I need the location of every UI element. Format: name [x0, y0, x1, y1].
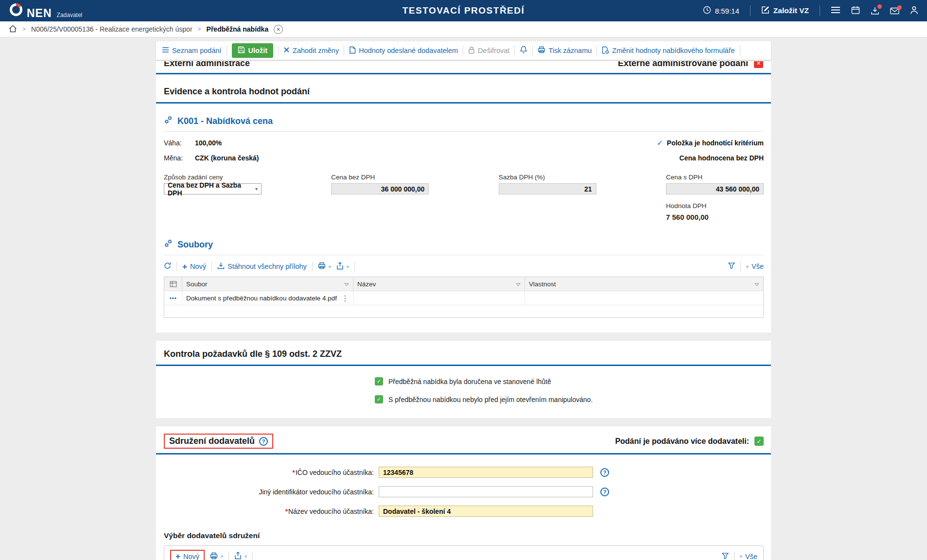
discard-changes-button[interactable]: Zahodit změny [283, 47, 339, 54]
criterion-flag: ✓ Položka je hodnotící kritérium [657, 139, 764, 147]
files-table-header: Soubor Název Vlastnost [164, 277, 763, 291]
price-method-select[interactable]: Cena bez DPH a Sazba DPH ▾ [164, 183, 262, 194]
breadcrumb-item-procedure[interactable]: N006/25/V00005136 - Realizace energetick… [31, 25, 192, 33]
checked-checkbox-icon: ✓ [375, 395, 383, 403]
view-all-dropdown[interactable]: ▿ Vše [746, 262, 764, 270]
help-icon[interactable]: ? [600, 468, 609, 477]
vat-amount-label: Hodnota DPH [666, 202, 764, 210]
price-without-vat-field: 36 000 000,00 [331, 183, 429, 194]
leader-ico-input[interactable] [379, 467, 593, 478]
column-filter-icon[interactable] [344, 280, 349, 288]
download-all-attachments-button[interactable]: Stáhnout všechny přílohy [217, 262, 307, 271]
view-all-dropdown[interactable]: ▿ Vše [740, 553, 757, 560]
calendar-icon [851, 6, 860, 16]
weight-value: 100,00% [195, 139, 222, 147]
file-property-cell[interactable] [525, 291, 763, 305]
printer-icon [538, 46, 545, 55]
downloads-button[interactable] [871, 6, 879, 15]
extern-admin-title: Externí administrace [164, 61, 250, 70]
main-content: Seznam podání Uložit Zahodit změny Hodno… [156, 41, 771, 560]
home-icon[interactable] [9, 25, 17, 34]
requirements-section-header: Kontrola požadavků dle § 109 odst. 2 ZZV… [156, 341, 771, 365]
refresh-button[interactable] [164, 262, 171, 271]
plus-icon: + [175, 552, 180, 560]
new-group-supplier-button[interactable]: + Nový [175, 552, 199, 560]
weight-label: Váha: [164, 139, 195, 147]
currency-row: Měna: CZK (koruna česká) Cena hodnocena … [164, 154, 764, 162]
notifications-bell-button[interactable] [520, 46, 527, 55]
leader-other-id-input[interactable] [379, 486, 593, 497]
bell-icon [520, 46, 527, 55]
vat-rate-label: Sazba DPH (%) [499, 174, 596, 181]
breadcrumb-separator: > [22, 26, 26, 33]
print-record-button[interactable]: Tisk záznamu [538, 46, 592, 55]
price-without-vat-label: Cena bez DPH [331, 174, 429, 181]
change-form-values-button[interactable]: Změnit hodnoty nabídkového formuláře [602, 46, 735, 55]
check-icon: ✓ [657, 139, 663, 147]
create-tender-button[interactable]: Založit VZ [761, 6, 809, 16]
submissions-list-button[interactable]: Seznam podání [162, 47, 222, 54]
column-filter-icon[interactable] [754, 280, 759, 288]
mail-icon [890, 7, 899, 15]
close-tab-icon[interactable]: ✕ [274, 25, 283, 34]
vat-amount-value: 7 560 000,00 [666, 213, 764, 221]
save-icon [238, 46, 245, 55]
extern-admin-toggle-icon[interactable]: ✕ [754, 61, 763, 68]
filter-button[interactable] [728, 262, 735, 270]
toolbar-separator [227, 46, 227, 55]
multi-supplier-label: Podání je podáváno více dodavateli: [615, 437, 749, 446]
supplier-values-button[interactable]: Hodnoty odeslané dodavatelem [349, 46, 458, 55]
requirements-check-panel: Kontrola požadavků dle § 109 odst. 2 ZZV… [156, 341, 771, 418]
funnel-icon [722, 553, 729, 560]
column-header-soubor[interactable]: Soubor [182, 277, 353, 291]
leader-ico-label: *IČO vedoucího účastníka: [164, 469, 379, 476]
toolbar-separator [176, 262, 177, 271]
refresh-icon [164, 262, 171, 271]
files-toolbar: + Nový Stáhnout všechny přílohy ▿ ▿ [164, 262, 764, 271]
calendar-button[interactable] [851, 6, 860, 16]
profile-button[interactable] [910, 6, 918, 16]
brand-block[interactable]: NEN Zadavatel [9, 2, 82, 19]
print-list-button[interactable]: ▿ [318, 262, 331, 271]
required-asterisk: * [285, 508, 288, 515]
share-icon [336, 262, 344, 271]
new-file-button[interactable]: + Nový [182, 262, 206, 271]
row-menu-icon[interactable] [164, 291, 182, 305]
column-header-nazev[interactable]: Název [353, 277, 525, 291]
save-button[interactable]: Uložit [232, 43, 273, 58]
list-icon [162, 47, 169, 54]
file-name-cell[interactable]: Dokument s předběžnou nabídkou dodavatel… [182, 291, 353, 305]
leader-other-id-label: Jiný identifikátor vedoucího účastníka: [164, 488, 379, 496]
evidence-section-header: Evidence a kontrola hodnot podání [156, 74, 771, 102]
vat-amount-block: Hodnota DPH 7 560 000,00 [666, 202, 764, 221]
table-settings-icon[interactable] [164, 277, 182, 291]
checked-checkbox-icon[interactable]: ✓ [754, 437, 764, 446]
compose-icon [761, 6, 770, 16]
notification-badge [897, 5, 902, 10]
brand-name: NEN [27, 8, 52, 19]
filter-button[interactable] [722, 553, 729, 560]
file-title-cell[interactable] [353, 291, 525, 305]
session-time: 8:59:14 [715, 7, 739, 15]
help-icon[interactable]: ? [259, 437, 268, 446]
breadcrumb-item-current: Předběžná nabídka [207, 25, 269, 33]
table-row[interactable]: Dokument s předběžnou nabídkou dodavatel… [164, 291, 763, 305]
export-button[interactable]: ▿ [234, 552, 247, 560]
check-row-not-manipulated: ✓ S předběžnou nabídkou nebylo před její… [375, 395, 764, 403]
column-filter-icon[interactable] [516, 280, 521, 288]
print-list-button[interactable]: ▿ [210, 552, 223, 560]
kebab-menu-icon[interactable]: ⋮ [341, 294, 349, 303]
divider [164, 131, 764, 132]
gears-icon [164, 239, 173, 250]
export-button[interactable]: ▿ [336, 262, 349, 271]
divider [164, 255, 764, 255]
group-selection-title: Výběr dodavatelů sdružení [156, 525, 771, 540]
column-header-vlastnost[interactable]: Vlastnost [525, 277, 763, 291]
main-menu-button[interactable] [831, 6, 840, 15]
gears-icon [164, 115, 173, 127]
help-icon[interactable]: ? [600, 488, 609, 496]
leader-name-input[interactable] [379, 506, 593, 517]
toolbar-separator [514, 46, 515, 55]
printer-icon [318, 262, 326, 271]
messages-button[interactable] [890, 7, 899, 15]
